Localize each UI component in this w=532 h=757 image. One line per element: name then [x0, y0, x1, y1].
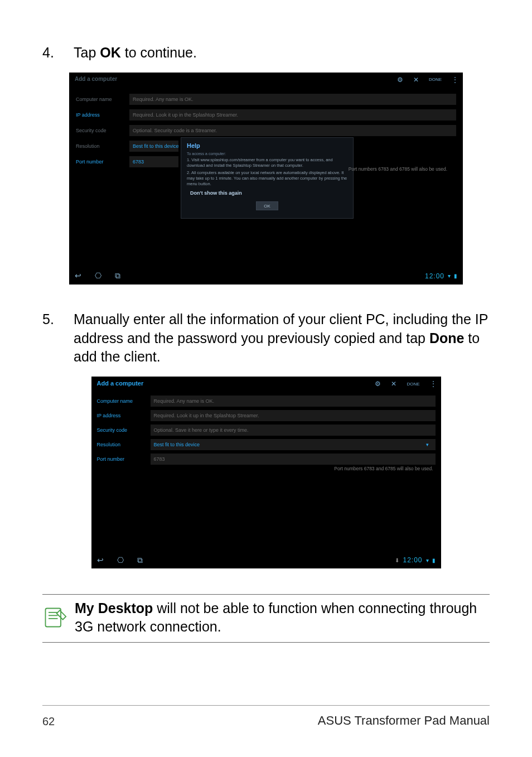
shot1-topbar: ⚙ ✕ DONE ⋮ — [397, 76, 458, 84]
shot2-port-hint: Port numbers 6783 and 6785 will also be … — [334, 466, 433, 471]
shot1-input-3[interactable]: Best fit to this device — [129, 141, 178, 152]
shot1-label-2: Security code — [76, 128, 129, 133]
ok-button[interactable]: OK — [256, 201, 278, 210]
shot1-label-0: Computer name — [76, 97, 129, 102]
note-block: My Desktop will not be able to function … — [42, 594, 490, 643]
step5-text: Manually enter all the information of yo… — [74, 310, 490, 367]
shot2-input-3-val: Best fit to this device — [154, 442, 200, 447]
manual-title: ASUS Transformer Pad Manual — [318, 713, 490, 728]
step4-bold: OK — [100, 45, 121, 60]
step5-t1: Manually enter all the information of yo… — [74, 311, 488, 346]
download-icon: ⬇ — [395, 557, 399, 563]
wifi-icon: ▾ — [448, 273, 451, 279]
shot2-input-4[interactable]: 6783 — [151, 454, 436, 465]
help-modal: Help To access a computer: 1. Visit www.… — [181, 137, 354, 219]
chevron-down-icon[interactable]: ▾ — [426, 442, 432, 447]
menu-icon[interactable]: ⋮ — [452, 76, 458, 84]
step5-number: 5. — [42, 310, 74, 329]
recent-icon[interactable]: ⧉ — [115, 271, 120, 281]
wifi-icon: ▾ — [426, 557, 429, 563]
help-modal-line-1: 2. All computers available on your local… — [187, 170, 347, 187]
done-label[interactable]: DONE — [429, 77, 442, 82]
settings-icon[interactable]: ⚙ — [375, 380, 381, 388]
step5-bold: Done — [429, 330, 465, 346]
shot1-input-1[interactable]: Required. Look it up in the Splashtop St… — [129, 109, 456, 120]
shot2-label-3: Resolution — [97, 442, 151, 447]
shot2-label-0: Computer name — [97, 398, 151, 404]
page-number: 62 — [42, 715, 55, 728]
close-icon[interactable]: ✕ — [391, 380, 396, 388]
done-label[interactable]: DONE — [407, 382, 419, 387]
back-icon[interactable]: ↩ — [97, 556, 104, 565]
footer: 62 ASUS Transformer Pad Manual — [0, 713, 532, 728]
shot2-label-4: Port number — [97, 456, 151, 462]
shot2-clock: 12:00 — [403, 556, 422, 564]
shot2-label-2: Security code — [97, 427, 151, 433]
shot1-label-3: Resolution — [76, 143, 129, 149]
battery-icon: ▮ — [432, 557, 436, 563]
step4-number: 4. — [42, 44, 74, 62]
shot1-input-2[interactable]: Optional. Security code is a Streamer. — [129, 125, 456, 136]
recent-icon[interactable]: ⧉ — [137, 556, 143, 565]
help-modal-dont[interactable]: Don't show this again — [190, 190, 347, 196]
shot2-label-1: IP address — [97, 413, 151, 418]
close-icon[interactable]: ✕ — [413, 76, 419, 84]
ok-button-label: OK — [264, 204, 270, 209]
shot2-input-0[interactable]: Required. Any name is OK. — [151, 396, 436, 407]
home-icon[interactable]: ⎔ — [95, 271, 101, 281]
step4-t1: Tap — [74, 45, 100, 60]
shot1-label-4: Port number — [76, 159, 129, 165]
shot1-input-0[interactable]: Required. Any name is OK. — [129, 94, 456, 105]
footer-divider — [42, 705, 490, 706]
back-icon[interactable]: ↩ — [75, 271, 81, 281]
shot1-input-3-val: Best fit to this device — [133, 143, 178, 149]
shot1-bottombar: ↩ ⎔ ⧉ 12:00 ▾ ▮ — [69, 268, 463, 285]
menu-icon[interactable]: ⋮ — [430, 380, 437, 388]
note-icon — [42, 605, 67, 630]
help-modal-sub: To access a computer: — [187, 151, 347, 156]
shot2-bottombar: ↩ ⎔ ⧉ ⬇ 12:00 ▾ ▮ — [91, 552, 441, 568]
screenshot-2: Add a computer ⚙ ✕ DONE ⋮ Computer name … — [91, 377, 441, 568]
shot1-port-hint: Port numbers 6783 and 6785 will also be … — [349, 166, 447, 172]
shot1-input-4[interactable]: 6783 — [129, 156, 178, 167]
shot2-input-1[interactable]: Required. Look it up in the Splashtop St… — [151, 410, 436, 421]
step4-text: Tap OK to continue. — [74, 44, 490, 62]
shot1-clock: 12:00 — [425, 272, 444, 280]
help-modal-line-0: 1. Visit www.splashtop.com/streamer from… — [187, 157, 347, 168]
shot2-title: Add a computer — [97, 380, 144, 387]
settings-icon[interactable]: ⚙ — [397, 76, 403, 84]
step4-t2: to continue. — [121, 45, 197, 60]
shot1-title: Add a computer — [75, 76, 117, 82]
screenshot-1: Add a computer ⚙ ✕ DONE ⋮ Computer name … — [69, 73, 463, 285]
shot2-input-3[interactable]: Best fit to this device ▾ — [151, 439, 436, 450]
shot2-topbar: ⚙ ✕ DONE ⋮ — [375, 380, 436, 388]
home-icon[interactable]: ⎔ — [117, 556, 124, 565]
note-bold: My Desktop — [75, 600, 153, 616]
battery-icon: ▮ — [454, 273, 457, 279]
shot2-input-2[interactable]: Optional. Save it here or type it every … — [151, 425, 436, 436]
shot1-label-1: IP address — [76, 112, 129, 118]
help-modal-title: Help — [187, 142, 347, 149]
note-text: My Desktop will not be able to function … — [75, 599, 490, 635]
